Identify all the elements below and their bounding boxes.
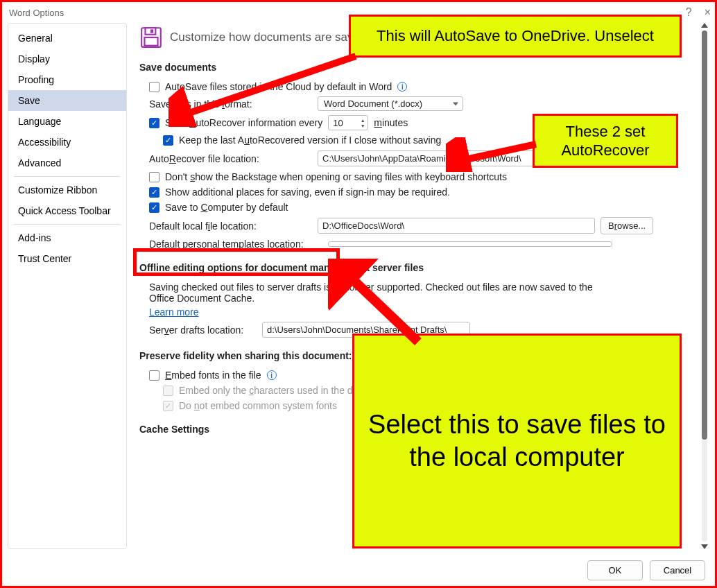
label-autorecover-pre: Save AutoRecover information every [165,117,322,128]
label-save-to-computer: Save to Computer by default [165,202,288,213]
checkbox-dont-show-backstage[interactable] [149,172,159,182]
checkbox-show-additional-places[interactable] [149,187,159,198]
spinner-autorecover-minutes[interactable]: 10 ▲▼ [328,115,368,130]
save-floppy-icon [139,26,163,49]
sidebar-item-save[interactable]: Save [8,90,126,111]
highlight-save-to-computer [133,248,340,276]
checkbox-no-common-fonts [163,401,173,411]
field-default-local[interactable]: D:\OfficeDocs\Word\ [318,218,595,234]
checkbox-keep-last-autorecover[interactable] [163,135,173,146]
help-icon[interactable]: ? [686,6,692,19]
sidebar-item-addins[interactable]: Add-ins [8,227,126,248]
checkbox-autorecover[interactable] [149,118,159,128]
annotation-autosave: This will AutoSave to OneDrive. Unselect [349,15,682,58]
checkbox-save-to-computer[interactable] [149,202,159,213]
sidebar-item-qat[interactable]: Quick Access Toolbar [8,200,126,221]
label-no-common: Do not embed common system fonts [179,400,337,411]
label-server-drafts: Server drafts location: [149,325,257,336]
label-minutes: minutes [374,117,408,128]
svg-rect-2 [150,29,153,33]
checkbox-embed-fonts[interactable] [149,370,159,381]
offline-para: Saving checked out files to server draft… [149,282,593,304]
sidebar-item-trust-center[interactable]: Trust Center [8,248,126,269]
sidebar-item-accessibility[interactable]: Accessibility [8,132,126,153]
label-show-additional: Show additional places for saving, even … [165,187,450,198]
info-icon[interactable]: i [397,82,407,92]
combo-save-format[interactable]: Word Document (*.docx) [318,96,463,111]
label-save-format: Save files in this format: [149,98,312,110]
dialog-footer: OK Cancel [2,555,715,586]
info-icon[interactable]: i [267,370,277,380]
autorecover-minutes-value: 10 [333,118,343,128]
pane-header: Customize how documents are saved. [170,31,370,44]
browse-default-local-button[interactable]: Browse... [601,217,653,234]
learn-more-link[interactable]: Learn more [149,306,693,318]
sidebar-item-proofing[interactable]: Proofing [8,69,126,90]
sidebar-item-advanced[interactable]: Advanced [8,153,126,173]
label-default-local: Default local file location: [149,220,312,232]
checkbox-autosave-cloud[interactable] [149,82,159,92]
label-autosave-cloud: AutoSave files stored in the Cloud by de… [165,81,392,92]
annotation-autorecover: These 2 set AutoRecover [533,114,678,168]
sidebar-item-display[interactable]: Display [8,49,126,69]
vertical-scrollbar[interactable] [700,23,709,549]
close-icon[interactable]: × [705,6,711,19]
separator [14,224,121,225]
category-sidebar: General Display Proofing Save Language A… [8,23,127,549]
sidebar-item-general[interactable]: General [8,28,126,49]
ok-button[interactable]: OK [587,560,643,580]
svg-rect-3 [144,37,157,46]
label-embed-fonts: Embed fonts in the file [165,370,261,381]
annotated-screenshot: Word Options ? × General Display Proofin… [0,0,717,588]
window-title: Word Options [9,8,64,18]
section-save-documents: Save documents [139,62,693,73]
checkbox-embed-chars-only [163,386,173,396]
sidebar-item-language[interactable]: Language [8,111,126,132]
label-ar-location: AutoRecover file location: [149,153,312,164]
annotation-save-local: Select this to save files to the local c… [352,334,682,548]
cancel-button[interactable]: Cancel [650,560,705,580]
label-dont-show-backstage: Don't show the Backstage when opening or… [165,171,507,182]
sidebar-item-customize-ribbon[interactable]: Customize Ribbon [8,180,126,200]
field-default-templates[interactable] [328,241,612,247]
label-keep-last: Keep the last AutoRecovered version if I… [179,135,441,146]
separator [14,176,121,177]
